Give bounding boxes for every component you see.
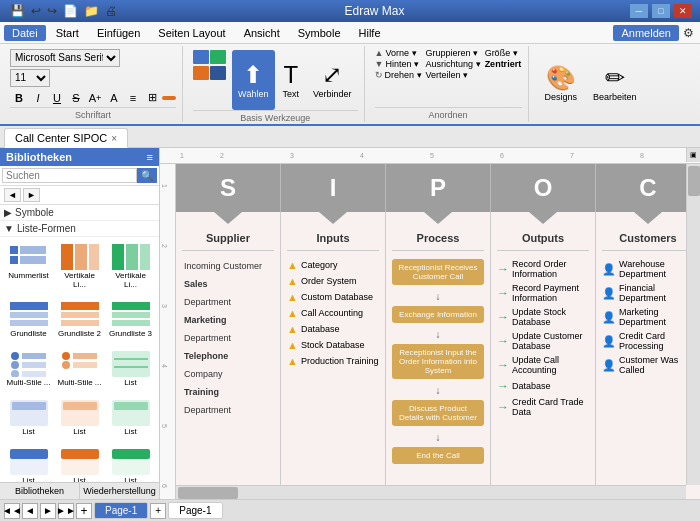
supplier-item-4: Department (182, 331, 274, 345)
shape-nummerlist[interactable]: Nummerlist (4, 241, 53, 291)
input-label-3: Call Accounting (301, 308, 363, 318)
out-arrow-2: → (497, 310, 509, 324)
bold-button[interactable]: B (10, 89, 28, 107)
process-box-1[interactable]: Exchange Information (392, 306, 484, 323)
scrollbar-horizontal[interactable] (176, 485, 686, 499)
library-tab-bibliotheken[interactable]: Bibliotheken (0, 483, 80, 499)
shape-list6[interactable]: List (55, 446, 104, 482)
shape-list4[interactable]: List (106, 397, 155, 438)
menu-hilfe[interactable]: Hilfe (351, 25, 389, 41)
page-nav-last[interactable]: ►► (58, 503, 74, 519)
shape-grundliste3[interactable]: Grundliste 3 (106, 299, 155, 340)
ausrichtung-label: Ausrichtung ▾ (426, 59, 481, 69)
library-nav-prev[interactable]: ◄ (4, 188, 21, 202)
shape-select-orange[interactable] (193, 66, 209, 80)
designs-button[interactable]: 🎨 Designs (539, 53, 584, 113)
page-tab-2[interactable]: Page-1 (168, 502, 222, 519)
library-search-input[interactable] (2, 168, 137, 183)
underline-button[interactable]: U (48, 89, 66, 107)
shape-multistile1[interactable]: Multi-Stile ... (4, 348, 53, 389)
maximize-button[interactable]: □ (652, 4, 670, 18)
library-expand-icon[interactable]: ≡ (147, 151, 153, 163)
canvas-content[interactable]: S I P O C (176, 164, 700, 499)
text-color-button[interactable]: A (105, 89, 123, 107)
ruler-v-mark-1: 1 (161, 184, 168, 188)
new-button[interactable]: 📄 (61, 3, 80, 19)
tab-call-center-sipoc[interactable]: Call Center SIPOC × (4, 128, 128, 148)
shape-select-darkblue[interactable] (210, 66, 226, 80)
shape-grundliste2[interactable]: Grundliste 2 (55, 299, 104, 340)
library-search-button[interactable]: 🔍 (137, 168, 157, 183)
page-tab-add-button[interactable]: + (150, 503, 166, 519)
shape-vertikale1[interactable]: Vertikale Li... (55, 241, 104, 291)
library-section-liste[interactable]: ▼ Liste-Formen (0, 221, 159, 237)
tab-close-icon[interactable]: × (111, 133, 117, 144)
shape-list1[interactable]: List (106, 348, 155, 389)
font-name-select[interactable]: Microsoft Sans Serif (10, 49, 120, 67)
font-selector[interactable]: Microsoft Sans Serif 11 B I U S A+ A ≡ ⊞ (10, 49, 176, 107)
library-search[interactable]: 🔍 (0, 166, 159, 186)
page-nav-first[interactable]: ◄◄ (4, 503, 20, 519)
quick-access-toolbar[interactable]: 💾 ↩ ↪ 📄 📁 🖨 (8, 3, 119, 19)
shape-list3[interactable]: List (55, 397, 104, 438)
scrollbar-vertical[interactable] (686, 164, 700, 485)
shape-list5[interactable]: List (4, 446, 53, 482)
input-label-6: Production Training (301, 356, 379, 366)
save-button[interactable]: 💾 (8, 3, 27, 19)
out-arrow-1: → (497, 286, 509, 300)
minimize-button[interactable]: ─ (630, 4, 648, 18)
strikethrough-button[interactable]: S (67, 89, 85, 107)
bearbeiten-button[interactable]: ✏ Bearbeiten (587, 53, 643, 113)
verbinder-button[interactable]: ⤢ Verbinder (307, 50, 358, 110)
text-button[interactable]: T Text (277, 50, 306, 110)
scrollbar-thumb-v[interactable] (688, 166, 700, 196)
italic-button[interactable]: I (29, 89, 47, 107)
menu-seiten-layout[interactable]: Seiten Layout (150, 25, 233, 41)
indent-button[interactable]: ⊞ (143, 89, 161, 107)
shape-grundliste1[interactable]: Grundliste (4, 299, 53, 340)
page-tab-1[interactable]: Page-1 (94, 502, 148, 519)
library-section-symbole[interactable]: ▶ Symbole (0, 205, 159, 221)
page-nav-next[interactable]: ► (40, 503, 56, 519)
print-button[interactable]: 🖨 (103, 3, 119, 19)
wahlen-button[interactable]: ⬆ Wählen (232, 50, 275, 110)
canvas-area[interactable]: 1 2 3 4 5 6 7 8 ▣ 1 2 3 4 5 6 (160, 148, 700, 499)
menu-symbole[interactable]: Symbole (290, 25, 349, 41)
menu-einfuegen[interactable]: Einfügen (89, 25, 148, 41)
menu-datei[interactable]: Datei (4, 25, 46, 41)
svg-rect-1 (10, 256, 18, 264)
anmelden-button[interactable]: Anmelden (613, 25, 679, 41)
menu-ansicht[interactable]: Ansicht (236, 25, 288, 41)
window-controls[interactable]: ─ □ ✕ (630, 4, 692, 18)
superscript-button[interactable]: A+ (86, 89, 104, 107)
warn-icon-4: ▲ (287, 323, 298, 335)
format-buttons[interactable]: B I U S A+ A ≡ ⊞ (10, 89, 176, 107)
shape-select-green[interactable] (210, 50, 226, 64)
shape-select-blue[interactable] (193, 50, 209, 64)
library-nav-next[interactable]: ► (23, 188, 40, 202)
redo-button[interactable]: ↪ (45, 3, 59, 19)
undo-button[interactable]: ↩ (29, 3, 43, 19)
settings-icon[interactable]: ⚙ (681, 25, 696, 41)
page-nav-prev[interactable]: ◄ (22, 503, 38, 519)
sipoc-letter-p: P (430, 174, 446, 202)
shape-vertikale2[interactable]: Vertikale Li... (106, 241, 155, 291)
page-add-button[interactable]: + (76, 503, 92, 519)
library-nav[interactable]: ◄ ► (0, 186, 159, 205)
process-box-2[interactable]: Receptionist Input the Order Information… (392, 344, 484, 379)
scrollbar-thumb-h[interactable] (178, 487, 238, 499)
close-button[interactable]: ✕ (674, 4, 692, 18)
shape-multistile2[interactable]: Multi-Stile ... (55, 348, 104, 389)
font-color-bar[interactable] (162, 96, 176, 100)
library-tab-wiederherstellung[interactable]: Wiederherstellung (80, 483, 159, 499)
menu-start[interactable]: Start (48, 25, 87, 41)
font-size-select[interactable]: 11 (10, 69, 50, 87)
open-button[interactable]: 📁 (82, 3, 101, 19)
shape-list7[interactable]: List (106, 446, 155, 482)
list-button[interactable]: ≡ (124, 89, 142, 107)
output-item-3: → Update Customer Database (497, 331, 589, 351)
process-box-4[interactable]: End the Call (392, 447, 484, 464)
process-box-3[interactable]: Discuss Product Details with Customer (392, 400, 484, 426)
process-box-0[interactable]: Receptionist Receives Customer Call (392, 259, 484, 285)
shape-list2[interactable]: List (4, 397, 53, 438)
